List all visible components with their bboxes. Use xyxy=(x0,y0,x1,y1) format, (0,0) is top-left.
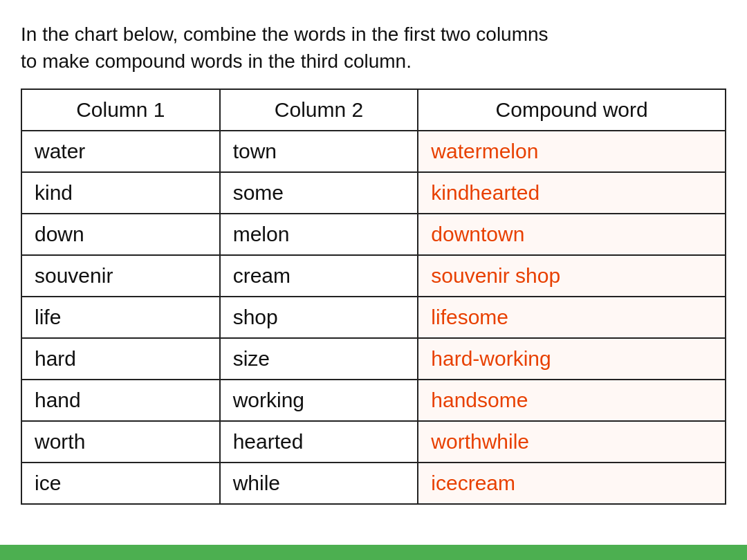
instruction-line2: to make compound words in the third colu… xyxy=(21,50,412,72)
col1-cell: souvenir xyxy=(21,255,220,297)
instruction-text: In the chart below, combine the words in… xyxy=(21,21,726,75)
col1-cell: down xyxy=(21,214,220,255)
table-row: worthheartedworthwhile xyxy=(21,421,726,463)
col2-cell: cream xyxy=(220,255,418,297)
footer-bar xyxy=(0,545,747,560)
col2-cell: town xyxy=(220,131,418,172)
col2-cell: hearted xyxy=(220,421,418,463)
table-row: downmelondowntown xyxy=(21,214,726,255)
col2-cell: shop xyxy=(220,297,418,338)
col1-cell: worth xyxy=(21,421,220,463)
compound-words-table: Column 1 Column 2 Compound word watertow… xyxy=(21,88,726,505)
table-row: handworkinghandsome xyxy=(21,380,726,421)
col2-cell: size xyxy=(220,338,418,380)
instruction-line1: In the chart below, combine the words in… xyxy=(21,24,548,45)
compound-cell: handsome xyxy=(418,380,726,421)
compound-cell: hard-working xyxy=(418,338,726,380)
col1-cell: water xyxy=(21,131,220,172)
table-row: souvenircreamsouvenir shop xyxy=(21,255,726,297)
table-row: watertownwatermelon xyxy=(21,131,726,172)
col1-cell: kind xyxy=(21,172,220,214)
header-col3: Compound word xyxy=(418,89,726,131)
compound-cell: lifesome xyxy=(418,297,726,338)
compound-cell: kindhearted xyxy=(418,172,726,214)
compound-cell: worthwhile xyxy=(418,421,726,463)
col2-cell: melon xyxy=(220,214,418,255)
table-row: lifeshoplifesome xyxy=(21,297,726,338)
col1-cell: life xyxy=(21,297,220,338)
header-col2: Column 2 xyxy=(220,89,418,131)
table-row: hardsizehard-working xyxy=(21,338,726,380)
compound-cell: icecream xyxy=(418,463,726,504)
table-row: icewhileicecream xyxy=(21,463,726,504)
compound-cell: souvenir shop xyxy=(418,255,726,297)
compound-cell: watermelon xyxy=(418,131,726,172)
table-header-row: Column 1 Column 2 Compound word xyxy=(21,89,726,131)
col2-cell: some xyxy=(220,172,418,214)
col2-cell: while xyxy=(220,463,418,504)
main-content: In the chart below, combine the words in… xyxy=(0,0,747,545)
col1-cell: hand xyxy=(21,380,220,421)
header-col1: Column 1 xyxy=(21,89,220,131)
col1-cell: ice xyxy=(21,463,220,504)
col1-cell: hard xyxy=(21,338,220,380)
col2-cell: working xyxy=(220,380,418,421)
table-row: kindsomekindhearted xyxy=(21,172,726,214)
compound-cell: downtown xyxy=(418,214,726,255)
